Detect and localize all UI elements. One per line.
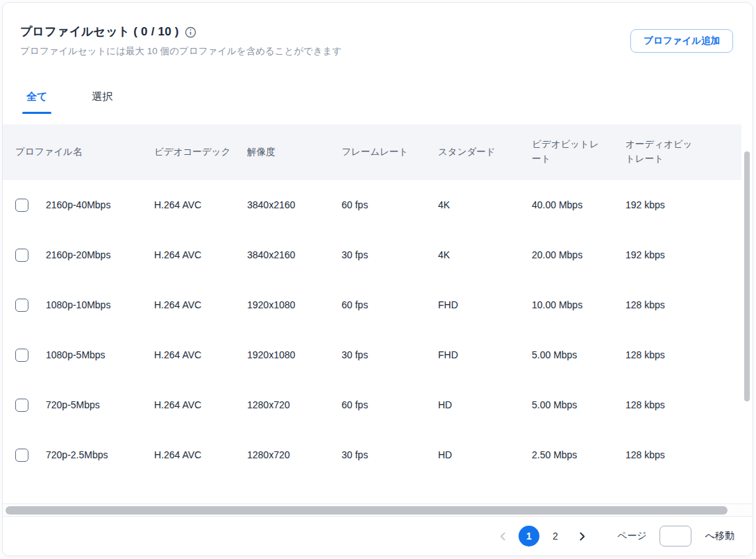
panel-header: プロファイルセット ( 0 / 10 ) プロファイルセットには最大 10 個の… (3, 3, 753, 85)
row-checkbox[interactable] (15, 299, 28, 312)
cell-standard: HD (438, 399, 532, 410)
cell-resolution: 3840x2160 (247, 249, 342, 260)
cell-name: 720p-5Mbps (46, 399, 154, 410)
add-profile-button[interactable]: プロファイル追加 (630, 29, 733, 53)
row-checkbox[interactable] (15, 349, 28, 362)
tab-all[interactable]: 全て (22, 86, 51, 114)
table-row: 1080p-5Mbps H.264 AVC 1920x1080 30 fps F… (3, 330, 741, 380)
cell-audio-bitrate: 128 kbps (625, 349, 741, 360)
table-row: 2160p-40Mbps H.264 AVC 3840x2160 60 fps … (3, 180, 741, 230)
cell-codec: H.264 AVC (154, 349, 247, 360)
cell-codec: H.264 AVC (154, 299, 247, 310)
cell-audio-bitrate: 192 kbps (625, 199, 741, 210)
horizontal-scrollbar-track (3, 503, 753, 516)
vertical-scrollbar[interactable] (744, 151, 750, 401)
pagination: 1 2 ページ へ移動 (492, 526, 734, 547)
cell-audio-bitrate: 192 kbps (625, 249, 741, 260)
cell-video-bitrate: 20.00 Mbps (532, 249, 625, 260)
chevron-right-icon[interactable] (571, 526, 592, 547)
goto-label: へ移動 (705, 530, 734, 542)
cell-framerate: 60 fps (342, 199, 438, 210)
cell-framerate: 60 fps (342, 299, 438, 310)
row-checkbox[interactable] (15, 249, 28, 262)
cell-name: 2160p-40Mbps (46, 199, 154, 210)
column-header-framerate: フレームレート (342, 145, 438, 160)
cell-resolution: 1920x1080 (247, 349, 342, 360)
table-footer: 1 2 ページ へ移動 (3, 516, 753, 556)
cell-codec: H.264 AVC (154, 249, 247, 260)
tab-bar: 全て 選択 (22, 86, 117, 114)
cell-audio-bitrate: 128 kbps (625, 299, 741, 310)
cell-standard: FHD (438, 299, 532, 310)
cell-resolution: 1280x720 (247, 449, 342, 460)
chevron-left-icon[interactable] (492, 526, 513, 547)
table-row: 720p-5Mbps H.264 AVC 1280x720 60 fps HD … (3, 380, 741, 430)
cell-standard: 4K (438, 199, 532, 210)
row-checkbox[interactable] (15, 399, 28, 412)
cell-video-bitrate: 5.00 Mbps (532, 349, 625, 360)
page-button-2[interactable]: 2 (545, 526, 566, 547)
column-header-audio-bitrate: オーディオビットレート (625, 137, 707, 167)
cell-framerate: 30 fps (342, 449, 438, 460)
cell-name: 1080p-5Mbps (46, 349, 154, 360)
profile-table: プロファイル名 ビデオコーデック 解像度 フレームレート スタンダード ビデオビ… (3, 124, 753, 503)
cell-video-bitrate: 5.00 Mbps (532, 399, 625, 410)
row-checkbox[interactable] (15, 199, 28, 212)
table-row: 2160p-20Mbps H.264 AVC 3840x2160 30 fps … (3, 230, 741, 280)
column-header-codec: ビデオコーデック (154, 145, 247, 160)
cell-codec: H.264 AVC (154, 449, 247, 460)
cell-framerate: 60 fps (342, 399, 438, 410)
cell-framerate: 30 fps (342, 249, 438, 260)
cell-video-bitrate: 40.00 Mbps (532, 199, 625, 210)
cell-framerate: 30 fps (342, 349, 438, 360)
info-circle-icon[interactable] (185, 26, 196, 38)
table-row: 720p-2.5Mbps H.264 AVC 1280x720 30 fps H… (3, 430, 741, 480)
cell-name: 720p-2.5Mbps (46, 449, 154, 460)
cell-codec: H.264 AVC (154, 199, 247, 210)
cell-name: 1080p-10Mbps (46, 299, 154, 310)
column-header-standard: スタンダード (438, 145, 532, 160)
cell-standard: HD (438, 449, 532, 460)
cell-standard: 4K (438, 249, 532, 260)
column-header-video-bitrate: ビデオビットレート (532, 137, 614, 167)
cell-video-bitrate: 10.00 Mbps (532, 299, 625, 310)
row-checkbox[interactable] (15, 449, 28, 462)
cell-resolution: 1920x1080 (247, 299, 342, 310)
cell-standard: FHD (438, 349, 532, 360)
cell-video-bitrate: 2.50 Mbps (532, 449, 625, 460)
table-header-row: プロファイル名 ビデオコーデック 解像度 フレームレート スタンダード ビデオビ… (3, 124, 741, 180)
page-title: プロファイルセット ( 0 / 10 ) (20, 24, 179, 40)
cell-audio-bitrate: 128 kbps (625, 449, 741, 460)
cell-name: 2160p-20Mbps (46, 249, 154, 260)
page-label: ページ (617, 530, 647, 542)
tab-selected[interactable]: 選択 (87, 86, 117, 114)
page-button-1[interactable]: 1 (519, 526, 539, 547)
page-jump-input[interactable] (660, 526, 691, 547)
cell-codec: H.264 AVC (154, 399, 247, 410)
cell-audio-bitrate: 128 kbps (625, 399, 741, 410)
cell-resolution: 1280x720 (247, 399, 342, 410)
column-header-name: プロファイル名 (15, 145, 154, 160)
horizontal-scrollbar[interactable] (6, 506, 728, 515)
table-row: 1080p-10Mbps H.264 AVC 1920x1080 60 fps … (3, 280, 741, 330)
profile-set-panel: プロファイルセット ( 0 / 10 ) プロファイルセットには最大 10 個の… (2, 2, 753, 556)
cell-resolution: 3840x2160 (247, 199, 342, 210)
column-header-resolution: 解像度 (247, 145, 342, 160)
